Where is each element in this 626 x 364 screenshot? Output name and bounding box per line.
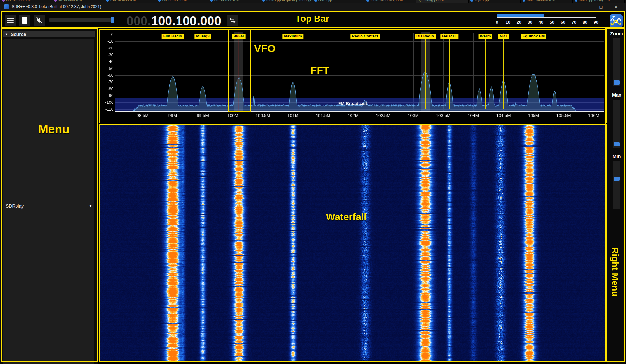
station-marker-line <box>203 39 203 109</box>
modified-badge: M <box>133 0 136 2</box>
station-label[interactable]: Maximum <box>282 34 303 39</box>
fft-y-tick-label: -10 <box>99 39 113 44</box>
station-label[interactable]: Bel RTL <box>440 34 458 39</box>
section-header-source[interactable]: ▼Source <box>3 31 95 37</box>
annotation-vfo: VFO <box>254 43 275 55</box>
station-label[interactable]: DH Radio <box>415 34 436 39</box>
swap-arrows-icon <box>229 17 236 24</box>
volume-slider[interactable] <box>49 18 114 22</box>
station-label[interactable]: NRJ <box>498 34 509 39</box>
station-label[interactable]: Fun Radio <box>162 34 184 39</box>
sdrpp-logo: + + <box>610 14 623 27</box>
fft-y-tick-label: -60 <box>99 73 113 78</box>
editor-tab[interactable]: cw_demod.hM <box>156 0 208 3</box>
cpp-file-icon <box>523 0 525 2</box>
editor-tab-name: main.cpp radio(... <box>579 0 606 2</box>
snr-meter-bar <box>497 14 544 17</box>
station-marker-line <box>503 39 504 109</box>
maximize-button[interactable]: ◻ <box>594 3 609 11</box>
editor-tab[interactable]: core.cpp <box>312 0 364 3</box>
band-plan-label: FM Broadcast <box>338 101 367 106</box>
snr-tick <box>508 18 508 19</box>
min-slider[interactable] <box>613 161 620 209</box>
editor-tab[interactable]: main.cpp radio(...M <box>573 0 625 3</box>
station-marker-line <box>239 39 239 109</box>
stop-button[interactable] <box>19 15 30 26</box>
snr-tick-label: 10 <box>503 20 513 25</box>
max-label: Max <box>607 92 626 98</box>
annotation-right-menu: Right Menu <box>610 247 620 296</box>
fft-y-tick-label: -110 <box>99 107 113 112</box>
station-marker-line <box>173 39 173 109</box>
fft-y-tick-label: -20 <box>99 46 113 50</box>
snr-tick-label: 50 <box>547 20 557 25</box>
min-handle[interactable] <box>614 177 620 181</box>
modified-badge: M <box>184 0 186 2</box>
editor-tab-content: {}config.json× <box>418 0 444 3</box>
zoom-slider[interactable] <box>613 38 620 86</box>
zoom-handle[interactable] <box>614 80 620 85</box>
frequency-display[interactable]: 000.100.100.000 <box>123 15 225 27</box>
editor-tab[interactable]: style.cpp <box>469 0 521 3</box>
editor-tab[interactable]: iso_demod.hM <box>0 0 52 3</box>
modified-badge: M <box>28 0 30 2</box>
editor-tab[interactable]: fm_demod.hM <box>52 0 104 3</box>
annotation-menu: Menu <box>38 123 70 136</box>
fft-x-tick-label: 104M <box>462 113 485 118</box>
tuning-mode-button[interactable] <box>227 15 238 26</box>
menu-toggle-button[interactable] <box>5 15 16 26</box>
snr-tick <box>530 18 530 19</box>
editor-tab[interactable]: main.cpp frequency_manager(...M <box>260 0 312 3</box>
editor-tab-content: am_demod.hM <box>210 0 239 3</box>
editor-tab-name: usb_demod.h <box>110 0 132 2</box>
editor-tab-name: main_window.cpp <box>371 0 399 2</box>
editor-tab-name: fm_demod.h <box>58 0 78 2</box>
close-button[interactable]: ✕ <box>609 3 623 11</box>
fft-y-tick-label: 0 <box>99 32 113 37</box>
editor-tab-content: main_window.cppM <box>366 0 403 3</box>
cpp-file-icon <box>262 0 265 2</box>
editor-tab[interactable]: usb_demod.hM <box>104 0 156 3</box>
snr-tick-label: 70 <box>569 20 579 25</box>
cpp-file-icon <box>366 0 369 2</box>
editor-tab[interactable]: am_demod.hM <box>208 0 260 3</box>
station-label[interactable]: Warm <box>479 34 492 39</box>
editor-tab-content: fm_demod.hM <box>54 0 82 3</box>
station-label[interactable]: Musiq3 <box>194 34 211 39</box>
editor-tab-content: main_window.hM <box>523 0 555 3</box>
waterfall-display[interactable] <box>100 125 606 361</box>
station-label[interactable]: Radio Contact <box>350 34 380 39</box>
annotation-top-bar: Top Bar <box>296 14 329 24</box>
editor-tab-content: cw_demod.hM <box>158 0 187 3</box>
max-slider[interactable] <box>613 100 620 148</box>
snr-meter: 0102030405060708090 <box>497 14 596 26</box>
cpp-file-icon <box>54 0 57 2</box>
close-tab-icon[interactable]: × <box>442 0 444 2</box>
fft-display[interactable] <box>100 30 606 123</box>
speaker-muted-icon <box>36 16 43 24</box>
snr-tick-label: 80 <box>580 20 590 25</box>
station-label[interactable]: 48FM <box>232 34 246 39</box>
zoom-label: Zoom <box>607 31 626 36</box>
fft-x-tick-label: 104.5M <box>492 113 515 118</box>
editor-tab-content: main.cpp frequency_manager(...M <box>262 0 312 3</box>
source-driver-dropdown[interactable]: SDRplay▼ <box>3 39 94 364</box>
fft-x-tick-label: 100M <box>221 113 244 118</box>
volume-handle[interactable] <box>111 17 114 23</box>
station-marker-line <box>425 39 426 109</box>
editor-tab[interactable]: {}config.json× <box>416 0 469 3</box>
max-handle[interactable] <box>614 142 620 146</box>
stop-icon <box>22 17 27 24</box>
editor-tab[interactable]: main_window.hM <box>521 0 573 3</box>
mute-button[interactable] <box>34 15 45 26</box>
modified-badge: M <box>236 0 239 2</box>
snr-tick-label: 40 <box>536 20 546 25</box>
editor-tab-content: core.cpp <box>314 0 332 3</box>
snr-tick-label: 20 <box>514 20 524 25</box>
collapse-icon: ▼ <box>5 33 8 36</box>
editor-tab[interactable]: main_window.cppM <box>364 0 416 3</box>
minimize-button[interactable]: – <box>579 3 594 11</box>
snr-tick <box>541 18 541 19</box>
station-label[interactable]: Equinox FM <box>521 34 546 39</box>
titlebar: SDR++ v0.3.0_beta (Built at 00:12:37, Ju… <box>0 3 626 11</box>
